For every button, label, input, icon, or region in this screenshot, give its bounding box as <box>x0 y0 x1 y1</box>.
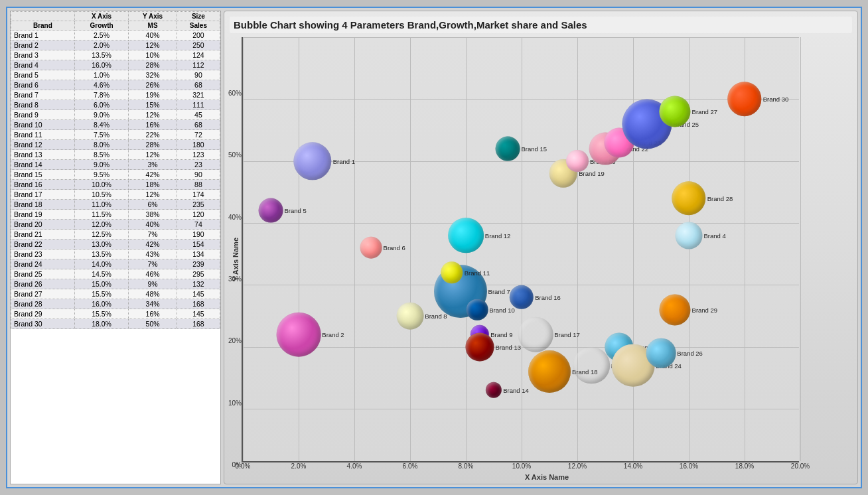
data-cell: 9% <box>129 279 177 289</box>
data-cell: 321 <box>177 90 220 100</box>
data-cell: 19% <box>129 90 177 100</box>
table-row: Brand 1811.0%6%235 <box>11 200 220 210</box>
grid-h-line <box>243 223 799 224</box>
data-cell: 8.4% <box>74 120 129 130</box>
table-row: Brand 2012.0%40%74 <box>11 220 220 230</box>
data-cell: 13.5% <box>74 249 129 259</box>
y-tick-label: 20% <box>228 337 242 344</box>
data-cell: 16.0% <box>74 60 129 70</box>
data-cell: 48% <box>129 289 177 299</box>
data-cell: 12% <box>129 150 177 160</box>
table-row: Brand 149.0%3%23 <box>11 160 220 170</box>
data-cell: 3% <box>129 160 177 170</box>
bubble-label: Brand 30 <box>763 96 789 103</box>
data-cell: 200 <box>177 31 220 40</box>
brand-name-cell: Brand 27 <box>11 289 75 299</box>
bubble-brand-6 <box>360 237 382 259</box>
data-cell: 7.5% <box>74 130 129 140</box>
x-tick-label: 6.0% <box>403 462 418 470</box>
col-growth-sub: Growth <box>74 21 129 31</box>
table-row: Brand 2414.0%7%239 <box>11 259 220 269</box>
table-row: Brand 3018.0%50%168 <box>11 319 220 329</box>
data-cell: 26% <box>129 80 177 90</box>
y-tick-label: 60% <box>228 90 242 97</box>
chart-area: Y Axis Name 0%10%20%30%40%50%60%0.0%2.0%… <box>230 37 852 481</box>
brand-name-cell: Brand 26 <box>11 279 75 289</box>
data-cell: 13.0% <box>74 240 129 249</box>
col-brand-header <box>11 12 75 21</box>
data-cell: 6% <box>129 200 177 210</box>
table-row: Brand 1710.5%12%174 <box>11 190 220 200</box>
bubble-label: Brand 26 <box>677 350 703 357</box>
bubble-label: Brand 6 <box>384 244 405 251</box>
table-row: Brand 2615.0%9%132 <box>11 279 220 289</box>
grid-v-line <box>689 37 689 461</box>
data-cell: 9.0% <box>74 110 129 120</box>
table-row: Brand 99.0%12%45 <box>11 110 220 120</box>
data-cell: 11.0% <box>74 200 129 210</box>
data-cell: 168 <box>177 319 220 329</box>
table-row: Brand 1911.5%38%120 <box>11 210 220 220</box>
data-cell: 43% <box>129 249 177 259</box>
col-sales-sub: Sales <box>177 21 220 31</box>
grid-v-line <box>522 37 522 461</box>
data-cell: 90 <box>177 170 220 180</box>
brand-name-cell: Brand 14 <box>11 160 75 170</box>
brand-name-cell: Brand 9 <box>11 110 75 120</box>
data-cell: 235 <box>177 200 220 210</box>
brand-name-cell: Brand 15 <box>11 170 75 180</box>
y-tick-label: 10% <box>228 399 242 406</box>
brand-name-cell: Brand 3 <box>11 50 75 60</box>
y-axis-label: Y Axis Name <box>230 37 242 481</box>
brand-name-cell: Brand 25 <box>11 269 75 279</box>
brand-name-cell: Brand 1 <box>11 31 75 40</box>
bubble-brand-8 <box>397 303 424 330</box>
data-cell: 10.0% <box>74 180 129 190</box>
bubble-label: Brand 27 <box>692 108 718 115</box>
data-cell: 7% <box>129 230 177 240</box>
data-cell: 14.5% <box>74 269 129 279</box>
table-row: Brand 128.0%28%180 <box>11 140 220 150</box>
grid-v-line <box>354 37 355 461</box>
table-row: Brand 313.5%10%124 <box>11 50 220 60</box>
bubble-label: Brand 1 <box>333 157 355 165</box>
bubble-brand-17 <box>518 317 553 352</box>
table-row: Brand 2112.5%7%190 <box>11 230 220 240</box>
table-body: Brand 12.5%40%200Brand 22.0%12%250Brand … <box>11 31 220 329</box>
data-cell: 22% <box>129 130 177 140</box>
data-cell: 14.0% <box>74 259 129 269</box>
data-cell: 134 <box>177 249 220 259</box>
x-tick-label: 4.0% <box>347 462 362 470</box>
data-cell: 12% <box>129 40 177 50</box>
data-cell: 12.0% <box>74 220 129 230</box>
table-header-row-2: Brand Growth MS Sales <box>11 21 220 31</box>
col-size-header: Size <box>177 12 220 21</box>
data-cell: 123 <box>177 150 220 160</box>
bubble-brand-21 <box>573 347 610 384</box>
brand-name-cell: Brand 10 <box>11 120 75 130</box>
brand-name-cell: Brand 4 <box>11 60 75 70</box>
bubble-brand-16 <box>510 285 534 309</box>
bubble-brand-13 <box>466 332 494 361</box>
table-row: Brand 1610.0%18%88 <box>11 180 220 190</box>
table-row: Brand 416.0%28%112 <box>11 60 220 70</box>
table-row: Brand 86.0%15%111 <box>11 100 220 110</box>
data-cell: 72 <box>177 130 220 140</box>
table-row: Brand 12.5%40%200 <box>11 31 220 40</box>
data-cell: 145 <box>177 309 220 319</box>
table-row: Brand 2213.0%42%154 <box>11 240 220 249</box>
data-cell: 10% <box>129 50 177 60</box>
data-cell: 40% <box>129 31 177 40</box>
brand-name-cell: Brand 11 <box>11 130 75 140</box>
data-cell: 18% <box>129 180 177 190</box>
x-axis-name: X Axis Name <box>242 473 852 481</box>
data-cell: 90 <box>177 70 220 80</box>
y-tick-label: 40% <box>228 213 242 220</box>
bubble-brand-5 <box>259 198 283 223</box>
table-row: Brand 2313.5%43%134 <box>11 249 220 259</box>
bubble-brand-15 <box>496 137 520 161</box>
data-cell: 13.5% <box>74 50 129 60</box>
data-cell: 12% <box>129 110 177 120</box>
brand-name-cell: Brand 16 <box>11 180 75 190</box>
bubble-brand-1 <box>293 142 331 180</box>
